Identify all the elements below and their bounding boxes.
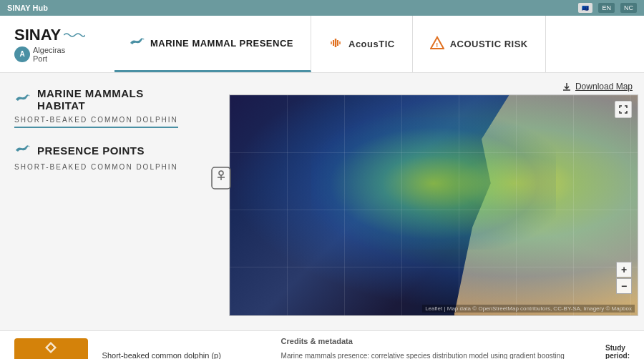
zoom-in-button[interactable]: +	[616, 262, 632, 277]
habitat-title: MARINE MAMMALSHABITAT	[14, 87, 215, 112]
download-map-button[interactable]: Download Map	[562, 82, 633, 92]
nav-tabs: MARINE MAMMAL PRESENCE AcousTIC !	[114, 16, 630, 72]
port-label: Algeciras Port	[33, 46, 65, 63]
presence-species: SHORT-BEAKED COMMON DOLPHIN	[14, 163, 215, 171]
warning-icon: !	[430, 36, 444, 53]
dolphin-icon	[129, 34, 145, 49]
sinay-logo[interactable]: SINAY	[14, 26, 85, 44]
iucn-badge: Least concern (LC) IUCN Red List	[14, 338, 88, 360]
tab-marine-mammal[interactable]: MARINE MAMMAL PRESENCE	[114, 16, 311, 72]
tab-acoustic-risk[interactable]: ! ACOUSTIC RISK	[413, 16, 546, 72]
hand-cursor-icon	[210, 166, 232, 193]
language-selector[interactable]: EN	[598, 3, 615, 13]
language-flag[interactable]: 🇪🇺	[578, 3, 592, 13]
sidebar: MARINE MAMMALSHABITAT SHORT-BEAKED COMMO…	[0, 73, 229, 330]
zoom-out-button[interactable]: −	[616, 278, 632, 294]
user-button[interactable]: NC	[620, 3, 637, 13]
port-name: Algeciras	[33, 46, 65, 54]
download-map-label: Download Map	[575, 82, 633, 92]
habitat-species: SHORT-BEAKED COMMON DOLPHIN	[14, 116, 178, 128]
acoustic-icon	[328, 36, 343, 53]
bottom-bar: Least concern (LC) IUCN Red List Short-b…	[0, 330, 644, 359]
port-type: Port	[33, 54, 47, 63]
presence-icon	[14, 142, 30, 159]
map-zoom-controls: + −	[616, 262, 632, 294]
main-content: MARINE MAMMALSHABITAT SHORT-BEAKED COMMO…	[0, 73, 644, 330]
legend-title: Short-beaked common dolphin (p)	[102, 351, 260, 359]
svg-text:!: !	[436, 41, 439, 49]
map-download-bar: Download Map	[229, 79, 638, 94]
marine-mammal-presence-icon	[14, 142, 30, 155]
port-icon: A	[14, 46, 30, 62]
acoustic-wave-icon	[328, 36, 343, 50]
svg-point-8	[219, 171, 223, 175]
map-attribution: Leaflet | Map data © OpenStreetMap contr…	[422, 305, 635, 313]
tab-marine-label: MARINE MAMMAL PRESENCE	[150, 38, 293, 49]
map-fullscreen-button[interactable]	[615, 101, 632, 118]
fullscreen-icon	[619, 105, 628, 114]
alert-triangle-icon: !	[430, 36, 444, 50]
top-bar: SINAY Hub 🇪🇺 EN NC	[0, 0, 644, 16]
tab-acoustic-label: AcousTIC	[348, 39, 395, 49]
diamond-icon	[44, 340, 58, 355]
presence-title-text: PRESENCE POINTS	[37, 144, 145, 157]
credits-area: Credits & metadata Marine mammals presen…	[274, 335, 592, 359]
habitat-icon	[14, 92, 30, 108]
app-name: SINAY Hub	[7, 4, 48, 12]
download-icon	[562, 82, 572, 92]
map-frame[interactable]: + − Leaflet | Map data © OpenStreetMap c…	[229, 94, 638, 316]
header: SINAY A Algeciras Port MARINE MAMMAL PRE…	[0, 16, 644, 73]
study-period: Studyperiod: 2018	[605, 344, 630, 359]
map-grid	[230, 95, 638, 315]
sinay-wave-icon	[64, 31, 85, 39]
presence-title: PRESENCE POINTS	[14, 142, 215, 159]
habitat-title-text: MARINE MAMMALSHABITAT	[37, 87, 144, 112]
port-info: A Algeciras Port	[14, 46, 65, 63]
habitat-section: MARINE MAMMALSHABITAT SHORT-BEAKED COMMO…	[14, 87, 215, 128]
legend-area: Short-beaked common dolphin (p) 0 0.25 0…	[102, 351, 260, 359]
marine-mammal-sidebar-icon	[14, 92, 30, 104]
presence-section: PRESENCE POINTS SHORT-BEAKED COMMON DOLP…	[14, 142, 215, 171]
marine-mammal-icon	[129, 34, 145, 52]
iucn-badge-icon	[44, 340, 58, 358]
sinay-text: SINAY	[14, 26, 61, 44]
tab-risk-label: ACOUSTIC RISK	[450, 39, 528, 49]
study-period-label: Studyperiod:	[605, 344, 630, 359]
credits-title: Credits & metadata	[281, 335, 585, 348]
top-bar-controls: 🇪🇺 EN NC	[578, 3, 637, 13]
map-container: Download Map + − Leaflet | Map data © Op…	[229, 79, 638, 325]
logo-area: SINAY A Algeciras Port	[14, 26, 93, 63]
tab-acoustic[interactable]: AcousTIC	[311, 16, 413, 72]
credits-body: Marine mammals presence: correlative spe…	[281, 350, 585, 359]
cursor-hand-icon	[210, 166, 232, 190]
